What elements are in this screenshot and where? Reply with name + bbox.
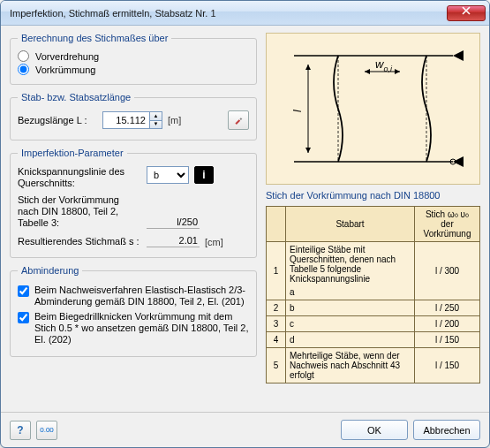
dialog-footer: ? 0.00 OK Abbrechen	[1, 412, 489, 447]
row-stich: l / 300	[415, 242, 480, 300]
result-value	[147, 234, 200, 247]
svg-marker-4	[453, 50, 464, 61]
radio-vorverdrehung[interactable]	[18, 50, 29, 62]
row-text: c	[286, 316, 415, 332]
group-reduction-legend: Abminderung	[18, 265, 82, 276]
th-stich: Stich ω₀ υ₀ der Vorkrümung	[415, 207, 480, 242]
left-column: Berechnung des Stichmaßes über Vorverdre…	[10, 33, 257, 412]
buckling-label: Knickspannungslinie des Querschnitts:	[18, 166, 141, 189]
diagram-w-label: wo,i	[375, 57, 393, 73]
dialog-window: Imperfektion, Stichmaß ermitteln, Stabsa…	[0, 0, 490, 448]
buckling-select[interactable]: b	[147, 166, 189, 184]
cancel-button[interactable]: Abbrechen	[413, 420, 480, 440]
length-input[interactable]	[103, 112, 149, 128]
din-table: Stabart Stich ω₀ υ₀ der Vorkrümung 1Eint…	[266, 206, 480, 383]
table-caption: Stich der Vorkrümmung nach DIN 18800	[266, 190, 480, 201]
group-length-legend: Stab- bzw. Stabsatzlänge	[18, 92, 134, 103]
svg-text:l: l	[291, 110, 304, 112]
row-stich: l / 250	[415, 300, 480, 316]
length-spin-up[interactable]: ▲	[149, 112, 162, 121]
length-spinbox[interactable]: ▲ ▼	[102, 111, 162, 129]
check-el202[interactable]	[18, 312, 29, 323]
close-button[interactable]	[447, 5, 486, 21]
svg-marker-9	[395, 69, 400, 74]
precamber-diagram-svg: wo,i l	[276, 38, 471, 179]
row-text: d	[286, 332, 415, 348]
length-label: Bezugslänge L :	[18, 115, 97, 125]
radio-vorkruemmung-label: Vorkrümmung	[35, 65, 95, 75]
group-length: Stab- bzw. Stabsatzlänge Bezugslänge L :…	[10, 92, 257, 140]
th-num	[267, 207, 286, 242]
check-el202-label: Beim Biegedrillknicken Vorkrümmung mit d…	[34, 311, 249, 345]
radio-vorkruemmung-row: Vorkrümmung	[18, 64, 249, 75]
svg-marker-11	[305, 65, 311, 70]
radio-vorkruemmung[interactable]	[18, 64, 29, 75]
group-calculation: Berechnung des Stichmaßes über Vorverdre…	[10, 33, 257, 85]
group-calculation-legend: Berechnung des Stichmaßes über	[18, 33, 171, 43]
th-stabart: Stabart	[286, 207, 415, 242]
svg-marker-8	[365, 69, 370, 74]
row-text: Einteilige Stäbe mit Querschnitten, dene…	[286, 242, 415, 300]
row-stich: l / 150	[415, 332, 480, 348]
table-row: 2bl / 250	[267, 300, 480, 316]
pick-icon	[234, 114, 243, 126]
info-icon: i	[202, 169, 205, 181]
row-text: b	[286, 300, 415, 316]
result-label: Resultierendes Stichmaß s :	[18, 236, 141, 247]
row-num: 3	[267, 316, 286, 332]
group-parameter: Imperfektion-Parameter Knickspannungslin…	[10, 148, 257, 258]
pick-length-button[interactable]	[228, 110, 249, 130]
window-title: Imperfektion, Stichmaß ermitteln, Stabsa…	[10, 8, 447, 19]
svg-marker-5	[453, 156, 464, 167]
right-column: wo,i l Stich der Vorkrümmung nach DIN 18…	[266, 33, 480, 412]
table-row: 1Einteilige Stäbe mit Querschnitten, den…	[267, 242, 480, 300]
svg-marker-12	[305, 148, 311, 153]
length-spin-down[interactable]: ▼	[149, 121, 162, 129]
group-reduction: Abminderung Beim Nachweisverfahren Elast…	[10, 265, 257, 357]
diagram-image: wo,i l	[266, 33, 480, 185]
check-el201-label: Beim Nachweisverfahren Elastisch-Elastis…	[34, 285, 249, 308]
row-num: 5	[267, 348, 286, 383]
decimals-icon: 0.00	[40, 426, 54, 434]
help-button[interactable]: ?	[10, 421, 31, 440]
radio-vorverdrehung-label: Vorverdrehung	[35, 51, 99, 62]
table-row: 3cl / 200	[267, 316, 480, 332]
stich-din-label: Stich der Vorkrümmung nach DIN 18800, Te…	[18, 194, 141, 229]
row-num: 4	[267, 332, 286, 348]
dialog-content: Berechnung des Stichmaßes über Vorverdre…	[1, 26, 489, 412]
row-num: 1	[267, 242, 286, 300]
radio-vorverdrehung-row: Vorverdrehung	[18, 50, 249, 62]
stich-din-value	[147, 216, 200, 229]
row-stich: l / 200	[415, 316, 480, 332]
row-text: Mehrteilige Stäbe, wenn der Nachweis nac…	[286, 348, 415, 383]
table-row: 5Mehrteilige Stäbe, wenn der Nachweis na…	[267, 348, 480, 383]
help-icon: ?	[17, 424, 23, 437]
close-icon	[462, 6, 471, 15]
table-row: 4dl / 150	[267, 332, 480, 348]
length-unit: [m]	[168, 115, 181, 125]
row-num: 2	[267, 300, 286, 316]
row-stich: l / 150	[415, 348, 480, 383]
ok-button[interactable]: OK	[341, 420, 408, 440]
result-unit: [cm]	[205, 237, 223, 247]
buckling-info-button[interactable]: i	[194, 166, 214, 184]
group-parameter-legend: Imperfektion-Parameter	[18, 148, 127, 158]
title-bar: Imperfektion, Stichmaß ermitteln, Stabsa…	[1, 1, 489, 26]
decimals-button[interactable]: 0.00	[36, 421, 57, 440]
check-el201[interactable]	[18, 285, 29, 297]
